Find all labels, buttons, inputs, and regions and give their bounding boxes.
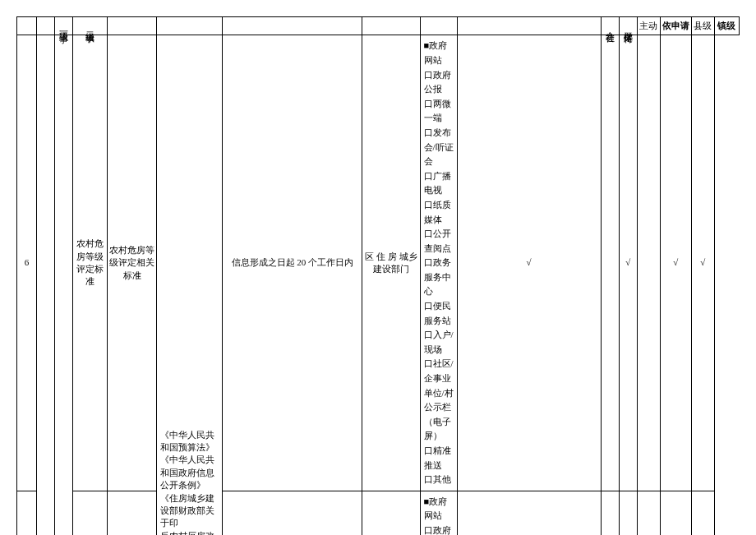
hdr-lv-county: 县级 — [691, 17, 714, 35]
hdr-blank-5 — [223, 17, 362, 35]
channels-cell: ■政府网站 口政府公报 口两微一端 口发布会/听证会 口广播电视 口纸质媒体 口… — [420, 491, 457, 535]
time-cell: 信息形成之日起 20 个工作日内 — [223, 491, 362, 535]
mode-apply-cell: V — [637, 491, 660, 535]
process-cell: 管理 — [37, 35, 55, 535]
lv-town-cell: √ — [691, 491, 714, 535]
mode-active-cell: √ — [619, 35, 637, 491]
item-cell: 农村危房等级评定相关标准 — [108, 35, 157, 491]
lvl2-cell: 农村危房改造对象申请条件 — [73, 491, 108, 535]
tgt-all-cell: √ — [457, 491, 601, 535]
lv-county-cell: √ — [660, 35, 691, 491]
lv-town-cell: √ — [691, 35, 714, 491]
tgt-group-cell — [601, 35, 619, 491]
hdr-blank-7 — [420, 17, 457, 35]
time-cell: 信息形成之日起 20 个工作日内 — [223, 35, 362, 491]
hdr-blank-3 — [108, 17, 157, 35]
mode-apply-cell — [637, 35, 660, 491]
hdr-lv-town: 镇级 — [714, 17, 739, 35]
lv-county-cell: V — [660, 491, 691, 535]
mode-active-cell: √ — [619, 491, 637, 535]
hdr-blank-4 — [157, 17, 223, 35]
tgt-all-cell: √ — [457, 35, 601, 491]
subject-cell: 区 住 房 城乡建设部门 — [362, 35, 420, 491]
table-row: 6 管理 条件叮标准 农村危房等级评定标准 农村危房等级评定相关标准 《中华人民… — [17, 35, 740, 491]
hdr-blank-8 — [457, 17, 601, 35]
seq-cell: 6 — [17, 35, 37, 491]
hdr-lvl1: 级项一事 — [55, 17, 73, 35]
tgt-group-cell — [601, 491, 619, 535]
table-row: 7 农村危房改造对象申请条件 农村危房改造农户申请条件 信息形成之日起 20 个… — [17, 491, 740, 535]
channels-cell: ■政府网站 口政府公报 口两微一端 口发布会/听证会 口广播电视 口纸质媒体 口… — [420, 35, 457, 491]
hdr-mode-apply: 依申请 — [660, 17, 691, 35]
lvl1-cell: 条件叮标准 — [55, 35, 73, 535]
lvl2-cell: 农村危房等级评定标准 — [73, 35, 108, 491]
disclosure-table: 级项一事 二级事项 全社会 群定体特 主动 依申请 县级 镇级 6 管理 条件叮… — [16, 16, 740, 535]
hdr-blank-1 — [17, 17, 37, 35]
item-cell: 农村危房改造农户申请条件 — [108, 491, 157, 535]
subject-cell: 区 住 房 城乡 建 设 部门 — [362, 491, 420, 535]
hdr-lvl2: 二级事项 — [73, 17, 108, 35]
hdr-blank-2 — [37, 17, 55, 35]
basis-cell-6: 《中华人民共和国预算法》 《中华人民共和国政府信息公开条例》 《住房城乡建设部财… — [157, 35, 223, 535]
hdr-tgt-group: 群定体特 — [619, 17, 637, 35]
hdr-blank-6 — [362, 17, 420, 35]
seq-cell: 7 — [17, 491, 37, 535]
hdr-mode-active: 主动 — [637, 17, 660, 35]
hdr-tgt-all: 全社会 — [601, 17, 619, 35]
header-row-top: 级项一事 二级事项 全社会 群定体特 主动 依申请 县级 镇级 — [17, 17, 740, 35]
